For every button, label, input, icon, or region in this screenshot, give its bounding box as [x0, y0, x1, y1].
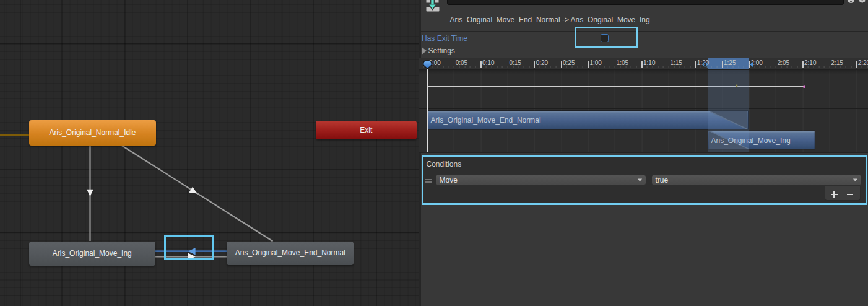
svg-text:Aris_Original_Move_End_Normal: Aris_Original_Move_End_Normal [431, 116, 541, 125]
